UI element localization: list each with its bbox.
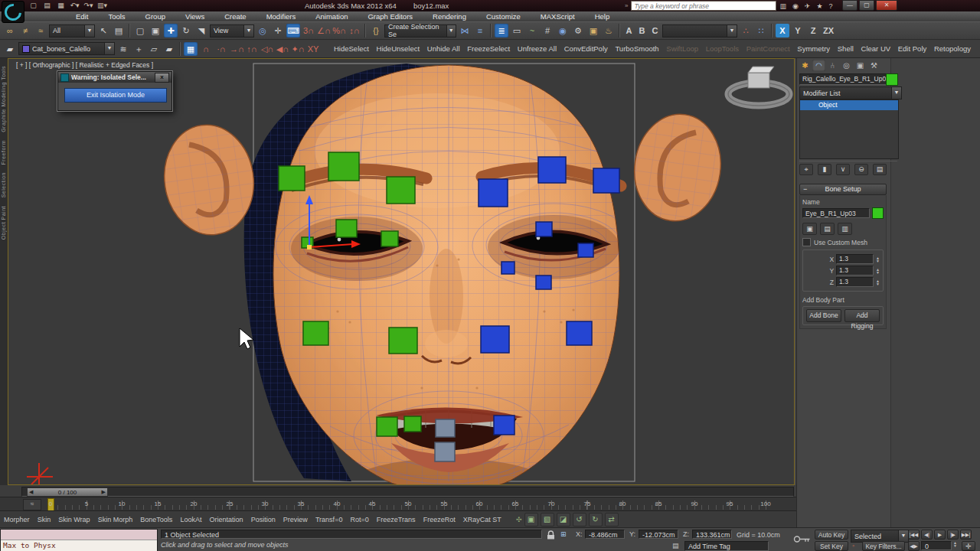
use-custom-mesh-checkbox[interactable] (802, 238, 811, 246)
select-and-move-icon[interactable]: ✚ (164, 24, 178, 37)
x-coordinate-field[interactable]: -8.486cm (585, 530, 625, 539)
cat-freezerot[interactable]: FreezeRot (423, 516, 456, 523)
snaps-toggle-3d-icon[interactable]: 3∩ (302, 24, 315, 37)
scene-3d-head-model[interactable] (8, 59, 794, 484)
ribbon-hideselect[interactable]: HideSelect (332, 42, 371, 55)
prev-frame-arrow-icon[interactable]: ◀ (28, 489, 34, 495)
snap-face-icon[interactable]: ◀∩ (276, 42, 289, 56)
y-value-field[interactable]: 1.3 (836, 266, 874, 276)
cat-position[interactable]: Position (251, 516, 276, 523)
bind-to-space-warp-icon[interactable]: ≈ (34, 24, 47, 37)
motion-tab-icon[interactable]: ◎ (840, 60, 853, 71)
exit-isolation-mode-button[interactable]: Exit Isolation Mode (64, 88, 167, 103)
snap-vertex-icon[interactable]: ◁∩ (260, 42, 274, 56)
copy-rig-icon[interactable]: ↻ (589, 513, 603, 527)
create-tab-icon[interactable]: ✱ (799, 60, 812, 71)
cat-morpher[interactable]: Morpher (4, 516, 30, 523)
go-to-end-button[interactable]: ▶▶| (960, 530, 972, 540)
set-key-button[interactable]: Set Key (815, 541, 848, 551)
render-setup-icon[interactable]: ⚙ (571, 24, 585, 37)
undo-icon[interactable]: ↶▾ (69, 1, 80, 10)
named-selection-sets-dropdown[interactable]: Create Selection Se▼ (384, 24, 456, 37)
orthographic-viewport[interactable]: [ + ] [ Orthographic ] [ Realistic + Edg… (8, 58, 795, 485)
open-file-icon[interactable]: ▤ (41, 1, 53, 10)
modifier-stack[interactable]: Object (799, 99, 899, 159)
cat-preview[interactable]: Preview (283, 516, 308, 523)
menu-customize[interactable]: Customize (476, 12, 531, 21)
maximize-button[interactable]: ▢ (859, 0, 874, 11)
modifier-list-dropdown[interactable]: Modifier List ▼ (799, 86, 902, 99)
select-by-name-icon[interactable]: ▤ (112, 24, 126, 37)
paste-pose-mirrored-icon[interactable]: ◪ (557, 513, 570, 527)
constraint-normal-icon[interactable]: ↑∩ (245, 42, 259, 56)
schematic-view-icon[interactable]: # (541, 24, 554, 37)
add-bone-button[interactable]: Add Bone (806, 309, 841, 322)
paste-bone-icon[interactable]: ▤ (820, 223, 835, 235)
minimize-button[interactable]: — (842, 0, 858, 11)
menu-tools[interactable]: Tools (98, 12, 135, 21)
listener-line[interactable]: Max to Physx (1, 540, 157, 551)
layer-manager-icon[interactable]: ≣ (495, 24, 508, 37)
rectangular-selection-region-icon[interactable]: ▢ (133, 24, 147, 37)
key-filter-dot-icon[interactable]: ◦ (852, 542, 854, 549)
go-to-start-button[interactable]: |◀◀ (908, 530, 920, 540)
next-frame-button[interactable]: |▶ (947, 530, 959, 540)
remove-modifier-icon[interactable]: ⊖ (854, 164, 868, 175)
ribbon-unhide-all[interactable]: Unhide All (426, 42, 462, 55)
edit-named-selection-sets-icon[interactable]: {} (369, 24, 383, 37)
rendered-frame-window-icon[interactable]: ▣ (586, 24, 600, 37)
select-object-icon[interactable]: ↖ (96, 24, 110, 37)
ribbon-unfreeze-all[interactable]: Unfreeze All (516, 42, 558, 55)
y-coordinate-field[interactable]: -12.073cm (639, 530, 678, 539)
paste-pose-icon[interactable]: ▧ (541, 513, 554, 527)
paste-rig-icon[interactable]: ⇄ (605, 513, 619, 527)
snaps-3d-dots-icon[interactable]: ∴ (739, 24, 753, 37)
bone-setup-header[interactable]: − Bone Setup (799, 184, 887, 195)
favorites-star-icon[interactable]: ★ (816, 2, 822, 10)
save-file-icon[interactable]: ▦ (55, 1, 67, 10)
particle-view-icon[interactable]: ∷ (754, 24, 768, 37)
menu-edit[interactable]: Edit (66, 12, 98, 21)
menu-group[interactable]: Group (136, 12, 175, 21)
new-scene-icon[interactable]: ▢ (28, 1, 39, 10)
cat-skin-morph[interactable]: Skin Morph (98, 516, 133, 523)
render-preset-b-icon[interactable]: B♨ (636, 24, 648, 37)
object-color-swatch[interactable] (886, 73, 898, 86)
make-unique-icon[interactable]: ∨ (836, 164, 850, 175)
modify-tab-icon[interactable]: ◠ (812, 60, 825, 71)
pin-stack-icon[interactable]: ⌖ (799, 164, 813, 175)
snap-pivot-icon[interactable]: ✦∩ (291, 42, 305, 56)
copy-pose-icon[interactable]: ▣ (524, 513, 538, 527)
restrict-x-button[interactable]: X (776, 24, 789, 37)
search-input[interactable] (631, 1, 776, 11)
open-mini-curve-editor-icon[interactable]: ≈ (23, 499, 41, 510)
tab-graphite-modeling-tools[interactable]: Graphite Modeling Tools (1, 66, 6, 132)
reset-pose-icon[interactable]: ↺ (573, 513, 586, 527)
infocenter-expand-icon[interactable]: » (625, 2, 628, 9)
project-folder-icon[interactable]: ▥▾ (96, 1, 108, 10)
macro-recorder-line[interactable] (1, 530, 157, 540)
pin-selection-icon[interactable]: ▱ (147, 42, 161, 56)
key-lock-icon[interactable] (793, 535, 812, 546)
render-production-icon[interactable]: ♨ (602, 24, 616, 37)
ribbon-turbosmooth[interactable]: TurboSmooth (613, 42, 660, 55)
maxscript-mini-listener[interactable]: Max to Physx (0, 529, 158, 551)
render-preset-c-icon[interactable]: C♨ (649, 24, 661, 37)
mirror-icon[interactable]: ⋈ (458, 24, 472, 37)
menu-maxscript[interactable]: MAXScript (531, 12, 585, 21)
add-modifier-icon[interactable]: ＋ (132, 42, 145, 56)
selection-set-dropdown[interactable]: Cat_bones_Calello ▼ (18, 42, 115, 55)
curve-editor-icon[interactable]: ~ (525, 24, 539, 37)
cat-freezetrans[interactable]: FreezeTrans (377, 516, 416, 523)
tab-freeform[interactable]: Freeform (1, 140, 6, 165)
window-crossing-icon[interactable]: ▣ (149, 24, 162, 37)
ribbon-edit-poly[interactable]: Edit Poly (897, 42, 929, 55)
dialog-close-icon[interactable]: x (155, 73, 169, 83)
z-value-field[interactable]: 1.3 (836, 277, 874, 287)
menu-views[interactable]: Views (175, 12, 214, 21)
object-name-field[interactable]: Rig_Calello_Eye_B_R1_Up03 (799, 73, 887, 85)
cat-skin[interactable]: Skin (38, 516, 51, 523)
cat-orientation[interactable]: Orientation (210, 516, 243, 523)
add-time-tag-field[interactable]: Add Time Tag (684, 541, 769, 551)
dialog-title-bar[interactable]: Warning: Isolated Sele... x (58, 72, 172, 83)
